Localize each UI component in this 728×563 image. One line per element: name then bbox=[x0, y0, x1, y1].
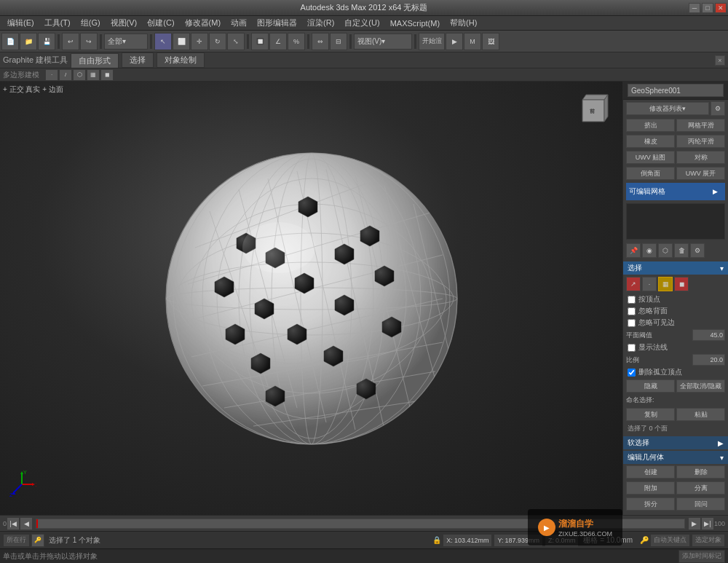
remove-modifier-button[interactable]: 🗑 bbox=[674, 243, 689, 258]
vertex-mode-button[interactable]: · bbox=[45, 69, 58, 81]
viewport[interactable]: + 正交 真实 + 边面 前 bbox=[0, 82, 622, 515]
material-editor-button[interactable]: M bbox=[464, 33, 481, 50]
graphite-tab-freeform[interactable]: 自由形式 bbox=[71, 53, 119, 68]
bevel-button[interactable]: 倒角面 bbox=[626, 167, 675, 180]
timeline-next-button[interactable]: ▶| bbox=[701, 517, 714, 530]
symmetry-button[interactable]: 对称 bbox=[676, 151, 725, 164]
set-key-button[interactable]: 选定对象 bbox=[692, 534, 725, 547]
angle-snap-button[interactable]: ∠ bbox=[269, 33, 287, 50]
ignore-backface-checkbox[interactable] bbox=[628, 307, 636, 315]
select-section-header[interactable]: 选择 ▾ bbox=[623, 261, 728, 275]
menu-edit[interactable]: 编辑(E) bbox=[3, 16, 39, 30]
pin-modifier-button[interactable]: 📌 bbox=[626, 243, 641, 258]
menu-view[interactable]: 视图(V) bbox=[106, 16, 142, 30]
key-filters-button[interactable]: 🔑 bbox=[31, 534, 44, 547]
unhide-all-button[interactable]: 全部取消/隐藏 bbox=[676, 379, 725, 393]
border-mode-button[interactable]: ⬡ bbox=[73, 69, 86, 81]
arrow-mode-button[interactable]: ↗ bbox=[626, 277, 641, 291]
timeline-prev-button[interactable]: |◀ bbox=[7, 517, 20, 530]
configure-button[interactable]: ⚙ bbox=[690, 243, 705, 258]
scale-input[interactable] bbox=[692, 354, 725, 366]
ignore-visible-edges-checkbox[interactable] bbox=[628, 319, 636, 327]
menu-maxscript[interactable]: MAXScript(M) bbox=[386, 17, 444, 29]
copy-named-button[interactable]: 复制 bbox=[626, 408, 675, 421]
mesh-smooth-button[interactable]: 网格平滑 bbox=[676, 119, 725, 132]
element-select-button[interactable]: ◼ bbox=[674, 277, 689, 291]
menu-customize[interactable]: 自定义(U) bbox=[340, 16, 384, 30]
by-vertex-checkbox[interactable] bbox=[628, 296, 636, 304]
navigation-cube[interactable]: 前 bbox=[571, 89, 615, 133]
make-unique-button[interactable]: ⬡ bbox=[658, 243, 673, 258]
activity-indicator[interactable]: 所在行 bbox=[3, 534, 30, 547]
new-file-button[interactable]: 📄 bbox=[1, 33, 19, 50]
timeline-play-back-button[interactable]: ◀ bbox=[20, 517, 33, 530]
percent-snap-button[interactable]: % bbox=[288, 33, 305, 50]
menu-create[interactable]: 创建(C) bbox=[143, 16, 178, 30]
view-dropdown[interactable]: 视图(V)▾ bbox=[354, 34, 412, 50]
scale-button[interactable]: ⤡ bbox=[227, 33, 245, 50]
paste-named-button[interactable]: 粘贴 bbox=[676, 408, 725, 421]
poly-smooth-button[interactable]: 丙纶平滑 bbox=[676, 135, 725, 148]
create-geometry-button[interactable]: 创建 bbox=[626, 465, 675, 479]
rubber-button[interactable]: 橡皮 bbox=[626, 135, 675, 148]
element-mode-button[interactable]: ◼ bbox=[100, 69, 114, 81]
delete-isolated-checkbox[interactable] bbox=[628, 369, 636, 377]
selection-set-dropdown[interactable]: 全部▾ bbox=[104, 34, 148, 50]
menu-group[interactable]: 组(G) bbox=[76, 16, 105, 30]
soft-select-header[interactable]: 软选择 ▶ bbox=[623, 436, 728, 449]
graphite-tab-object-paint[interactable]: 对象绘制 bbox=[157, 52, 205, 68]
detach-button[interactable]: 分离 bbox=[676, 481, 725, 495]
vertex-select-button[interactable]: · bbox=[642, 277, 657, 291]
uvw-unwrap-button[interactable]: UWV 展开 bbox=[676, 167, 725, 180]
object-name-input[interactable]: GeoSphere001 bbox=[628, 84, 724, 97]
show-normals-checkbox[interactable] bbox=[628, 344, 636, 352]
open-file-button[interactable]: 📁 bbox=[20, 33, 37, 50]
poly-mode-button[interactable]: ▦ bbox=[87, 69, 100, 81]
planar-threshold-input[interactable] bbox=[692, 329, 725, 341]
select-region-button[interactable]: ⬜ bbox=[173, 33, 190, 50]
menu-graph-editors[interactable]: 图形编辑器 bbox=[253, 16, 301, 30]
menu-tools[interactable]: 工具(T) bbox=[40, 16, 75, 30]
rotate-button[interactable]: ↻ bbox=[209, 33, 226, 50]
minimize-button[interactable]: ─ bbox=[689, 3, 700, 13]
edge-mode-button[interactable]: / bbox=[59, 69, 72, 81]
select-button[interactable]: ↖ bbox=[154, 33, 172, 50]
undo-geo-button[interactable]: 回问 bbox=[676, 497, 725, 511]
timeline-play-button[interactable]: ▶ bbox=[688, 517, 701, 530]
edit-geometry-header[interactable]: 编辑几何体 ▾ bbox=[623, 451, 728, 464]
delete-geometry-button[interactable]: 删除 bbox=[676, 465, 725, 479]
align-button[interactable]: ⊟ bbox=[330, 33, 347, 50]
uvw-sym-row: UWV 贴图 对称 bbox=[623, 149, 728, 165]
configure-modifiers-button[interactable]: ⚙ bbox=[711, 101, 725, 116]
render-button[interactable]: ▶ bbox=[446, 33, 463, 50]
attach-button[interactable]: 附加 bbox=[626, 481, 675, 495]
add-time-tag-button[interactable]: 添加时间标记 bbox=[678, 550, 725, 563]
svg-text:前: 前 bbox=[590, 108, 595, 114]
menu-render[interactable]: 渲染(R) bbox=[303, 16, 339, 30]
push-button[interactable]: 挤出 bbox=[626, 119, 675, 132]
uvw-map-button[interactable]: UWV 贴图 bbox=[626, 151, 675, 164]
auto-key-button[interactable]: 自动关键点 bbox=[650, 534, 690, 547]
move-button[interactable]: ✛ bbox=[191, 33, 208, 50]
redo-button[interactable]: ↪ bbox=[80, 33, 98, 50]
menu-help[interactable]: 帮助(H) bbox=[446, 16, 481, 30]
render-scene-button[interactable]: 开始渲 bbox=[419, 33, 445, 50]
graphite-tab-select[interactable]: 选择 bbox=[122, 52, 154, 68]
toolbar-sep-2 bbox=[100, 34, 102, 49]
save-file-button[interactable]: 💾 bbox=[38, 33, 55, 50]
render-frame-button[interactable]: 🖼 bbox=[482, 33, 499, 50]
undo-button[interactable]: ↩ bbox=[62, 33, 79, 50]
menu-animation[interactable]: 动画 bbox=[226, 16, 251, 30]
mirror-button[interactable]: ⇔ bbox=[312, 33, 329, 50]
divide-button[interactable]: 拆分 bbox=[626, 497, 675, 511]
face-select-button[interactable]: ▦ bbox=[658, 277, 673, 291]
show-end-result-button[interactable]: ◉ bbox=[642, 243, 657, 258]
snap-button[interactable]: 🔲 bbox=[251, 33, 269, 50]
editable-poly-expand[interactable]: ▶ bbox=[708, 184, 722, 199]
modifier-list-dropdown[interactable]: 修改器列表▾ bbox=[626, 102, 709, 115]
maximize-button[interactable]: □ bbox=[702, 3, 713, 13]
hide-button[interactable]: 隐藏 bbox=[626, 379, 675, 393]
graphite-close-button[interactable]: × bbox=[715, 55, 725, 66]
close-button[interactable]: ✕ bbox=[715, 3, 727, 13]
menu-modifiers[interactable]: 修改器(M) bbox=[181, 16, 226, 30]
